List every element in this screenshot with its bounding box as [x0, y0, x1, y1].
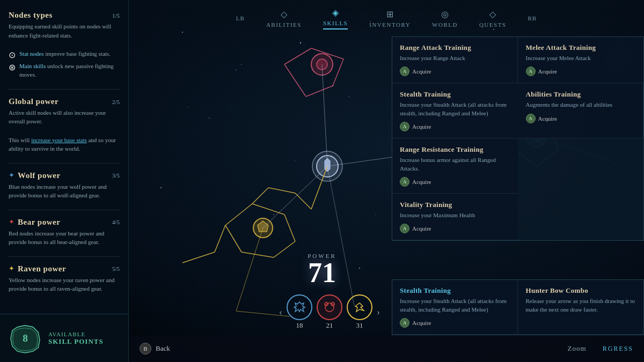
- inventory-icon: ⊞: [386, 9, 393, 19]
- wolf-icon: ✦: [9, 171, 14, 180]
- raven-power-title: Raven power: [18, 264, 66, 274]
- active-underline: [323, 28, 348, 29]
- raven-power-desc: Yellow nodes increase your raven power a…: [9, 276, 120, 293]
- skill-tree-area[interactable]: [129, 0, 644, 362]
- sidebar-section-global-power: Global power 2/5 Active skill nodes will…: [9, 97, 120, 153]
- raven-char-value: 31: [356, 321, 363, 330]
- nav-quests[interactable]: ◇ QUESTS: [479, 9, 507, 28]
- bear-power-desc: Red nodes increase your bear power and p…: [9, 229, 120, 247]
- main-skills-text: Main skills unlock new passive fighting …: [19, 62, 120, 79]
- svg-line-51: [327, 166, 354, 306]
- svg-point-11: [397, 134, 397, 134]
- abilities-icon: ◇: [281, 9, 287, 19]
- progress-text: RGRESS: [603, 345, 633, 353]
- bear-icon: ✦: [9, 218, 14, 226]
- nav-lb[interactable]: LB: [236, 15, 245, 21]
- nav-world-label: WORLD: [432, 21, 458, 28]
- svg-line-35: [274, 241, 295, 257]
- raven-power-counter: 5/5: [112, 265, 120, 272]
- sidebar-section-nodes-types: Nodes types 1/5 Equipping earned skill p…: [9, 11, 120, 79]
- diamond-badge: 8: [601, 38, 639, 76]
- skill-points-gem: 8: [10, 323, 41, 354]
- char-arrow-left[interactable]: ‹: [279, 307, 282, 318]
- svg-line-21: [284, 64, 306, 97]
- available-label: AVAILABLE: [48, 331, 104, 337]
- svg-point-1: [236, 69, 237, 70]
- nav-inventory[interactable]: ⊞ INVENTORY: [369, 9, 411, 28]
- svg-line-47: [327, 137, 537, 166]
- diamond-badge-value: 8: [618, 51, 623, 62]
- nav-skills[interactable]: ◈ SKILLS: [323, 8, 348, 29]
- zoom-label: Zoom: [568, 344, 587, 353]
- svg-point-16: [359, 268, 360, 269]
- nav-abilities[interactable]: ◇ ABILITIES: [266, 9, 302, 28]
- diamond-indicator: 8: [606, 43, 633, 70]
- svg-line-34: [284, 215, 295, 241]
- char-arrow-right[interactable]: ›: [377, 307, 380, 318]
- global-power-desc: Active skill nodes will also increase yo…: [9, 108, 120, 126]
- sidebar-section-bear-power: ✦ Bear power 4/5 Red nodes increase your…: [9, 218, 120, 247]
- divider-4: [9, 256, 120, 257]
- sidebar-section-wolf-power: ✦ Wolf power 3/5 Blue nodes increase you…: [9, 171, 120, 200]
- svg-line-17: [284, 48, 311, 64]
- svg-line-19: [333, 59, 343, 86]
- global-power-counter: 2/5: [112, 99, 120, 105]
- character-icons: ‹ 18 21 31 ›: [279, 294, 380, 330]
- svg-line-32: [225, 204, 252, 225]
- skill-points-text: AVAILABLE SKILL POINTS: [48, 331, 104, 346]
- wolf-power-counter: 3/5: [112, 172, 120, 179]
- nodes-types-desc: Equipping earned skill points on nodes w…: [9, 22, 120, 40]
- b-button-circle: B: [140, 343, 151, 354]
- bear-power-counter: 4/5: [112, 219, 120, 225]
- nodes-types-counter: 1/5: [112, 12, 120, 19]
- wolf-power-desc: Blue nodes increase your wolf power and …: [9, 182, 120, 200]
- svg-line-40: [295, 193, 311, 209]
- svg-point-15: [273, 214, 274, 215]
- bear-power-title: Bear power: [18, 218, 60, 227]
- svg-point-4: [429, 53, 430, 54]
- svg-line-45: [263, 166, 327, 228]
- svg-line-39: [268, 188, 295, 193]
- svg-point-2: [300, 42, 301, 43]
- svg-line-27: [515, 150, 537, 166]
- wolf-char-item: 18: [287, 294, 312, 330]
- svg-point-56: [325, 303, 334, 312]
- svg-line-52: [236, 228, 263, 311]
- top-navigation: LB ◇ ABILITIES ◈ SKILLS ⊞ INVENTORY ◎ WO…: [129, 0, 644, 36]
- svg-line-42: [215, 225, 225, 252]
- svg-line-50: [537, 97, 569, 137]
- svg-point-13: [584, 160, 586, 161]
- svg-line-25: [547, 118, 558, 150]
- back-label: Back: [156, 344, 170, 353]
- svg-point-8: [627, 107, 628, 108]
- back-button[interactable]: B Back: [140, 343, 170, 354]
- skill-points-label: SKILL POINTS: [48, 337, 104, 346]
- svg-line-20: [306, 86, 333, 97]
- svg-line-37: [225, 225, 241, 252]
- svg-line-38: [252, 188, 268, 204]
- nav-quests-label: QUESTS: [479, 21, 507, 28]
- stat-nodes-bullet: ⊙ Stat nodes improve base fighting stats…: [9, 49, 120, 58]
- bear-char-icon: [317, 294, 342, 320]
- bottom-bar: B Back Zoom RGRESS: [129, 335, 644, 362]
- wolf-char-value: 18: [296, 321, 303, 330]
- skill-points-number: 8: [23, 332, 28, 343]
- b-button-label: B: [143, 345, 147, 352]
- svg-point-6: [547, 64, 548, 65]
- nav-skills-label: SKILLS: [323, 20, 348, 26]
- global-power-extra: This will increase your base stats and s…: [9, 136, 120, 153]
- nav-world[interactable]: ◎ WORLD: [432, 9, 458, 28]
- divider-2: [9, 163, 120, 164]
- nav-abilities-label: ABILITIES: [266, 21, 302, 28]
- svg-line-33: [252, 204, 284, 215]
- bear-char-item: 21: [317, 294, 342, 330]
- quests-icon: ◇: [489, 9, 496, 19]
- svg-line-48: [537, 137, 612, 161]
- svg-point-7: [601, 37, 601, 38]
- nav-rb[interactable]: RB: [528, 15, 537, 21]
- svg-line-36: [241, 252, 274, 257]
- bear-char-value: 21: [326, 321, 333, 330]
- divider-3: [9, 210, 120, 210]
- svg-point-9: [209, 117, 210, 119]
- raven-icon: ✦: [9, 264, 14, 273]
